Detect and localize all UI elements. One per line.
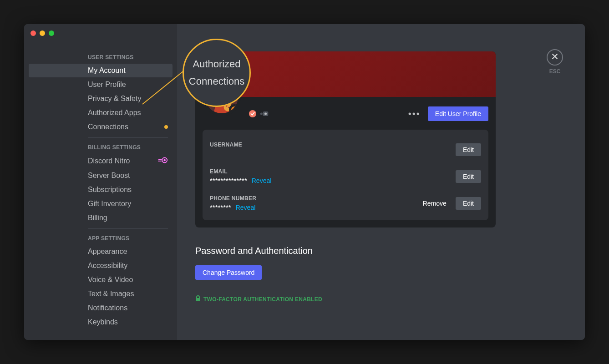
nitro-icon	[158, 157, 168, 166]
sidebar-item-label: Connections	[88, 123, 128, 131]
svg-point-12	[264, 113, 267, 115]
highlight-dot-icon	[164, 125, 168, 129]
reveal-phone-link[interactable]: Reveal	[236, 204, 256, 211]
sidebar-item-privacy-safety[interactable]: Privacy & Safety	[29, 92, 173, 106]
sidebar-item-notifications[interactable]: Notifications	[29, 301, 173, 315]
sidebar-item-label: Gift Inventory	[88, 200, 131, 208]
window-minimize-button[interactable]	[40, 30, 45, 36]
sidebar-item-subscriptions[interactable]: Subscriptions	[29, 183, 173, 197]
sidebar-item-label: Notifications	[88, 304, 127, 312]
account-fields-card: Username Edit Email ************** Revea…	[203, 130, 488, 220]
sidebar-item-label: Subscriptions	[88, 186, 132, 194]
close-icon	[551, 53, 558, 62]
edit-email-button[interactable]: Edit	[456, 170, 481, 183]
close-settings-area: ESC	[547, 49, 563, 75]
sidebar-item-label: Billing	[88, 214, 107, 222]
sidebar-item-accessibility[interactable]: Accessibility	[29, 259, 173, 273]
sidebar-item-label: Appearance	[88, 248, 127, 256]
sidebar-item-label: Keybinds	[88, 318, 118, 326]
sidebar-item-authorized-apps[interactable]: Authorized Apps	[29, 106, 173, 120]
edit-user-profile-button[interactable]: Edit User Profile	[428, 106, 488, 121]
username-label: Username	[210, 142, 242, 148]
callout-text-1: Authorized	[193, 58, 240, 70]
svg-rect-13	[196, 298, 200, 301]
two-factor-status: Two-factor authentication enabled	[195, 295, 496, 303]
sidebar-item-user-profile[interactable]: User Profile	[29, 78, 173, 91]
esc-label: ESC	[549, 68, 561, 75]
sidebar-item-label: My Account	[88, 66, 126, 75]
settings-window: User Settings My Account User Profile Pr…	[24, 24, 585, 340]
window-maximize-button[interactable]	[49, 30, 54, 36]
sidebar-item-gift-inventory[interactable]: Gift Inventory	[29, 197, 173, 211]
svg-point-1	[163, 159, 166, 162]
sidebar-item-my-account[interactable]: My Account	[29, 64, 173, 77]
phone-value: ********	[210, 203, 231, 211]
change-password-button[interactable]: Change Password	[195, 265, 262, 280]
callout-bubble: Authorized Connections	[183, 39, 251, 107]
sidebar-item-discord-nitro[interactable]: Discord Nitro	[29, 154, 173, 168]
email-row: Email ************** Reveal Edit	[210, 164, 481, 191]
sidebar-item-label: User Profile	[88, 81, 126, 89]
sidebar-item-label: Server Boost	[88, 172, 130, 180]
email-label: Email	[210, 168, 271, 175]
svg-point-11	[260, 113, 263, 115]
sidebar-item-voice-video[interactable]: Voice & Video	[29, 273, 173, 287]
reveal-email-link[interactable]: Reveal	[252, 177, 272, 184]
username-value	[210, 150, 242, 157]
lock-icon	[195, 295, 201, 303]
sidebar-item-label: Text & Images	[88, 290, 134, 298]
hypesquad-badge-icon	[248, 109, 257, 118]
password-section-title: Password and Authentication	[195, 246, 496, 256]
phone-label: Phone Number	[210, 195, 256, 202]
window-controls	[30, 30, 54, 36]
callout-text-2: Connections	[189, 76, 244, 87]
sidebar-item-billing[interactable]: Billing	[29, 211, 173, 225]
badge-row	[248, 109, 269, 118]
sidebar-header-user-settings: User Settings	[29, 51, 173, 63]
username-row: Username Edit	[210, 137, 481, 164]
window-close-button[interactable]	[30, 30, 36, 36]
sidebar-item-text-images[interactable]: Text & Images	[29, 287, 173, 301]
early-supporter-badge-icon	[260, 109, 269, 118]
sidebar-item-keybinds[interactable]: Keybinds	[29, 315, 173, 329]
sidebar-item-label: Accessibility	[88, 262, 127, 270]
settings-sidebar: User Settings My Account User Profile Pr…	[24, 24, 177, 340]
sidebar-item-label: Privacy & Safety	[88, 95, 141, 103]
sidebar-item-label: Voice & Video	[88, 276, 133, 284]
edit-username-button[interactable]: Edit	[456, 143, 481, 156]
sidebar-item-label: Discord Nitro	[88, 157, 130, 165]
sidebar-item-connections[interactable]: Connections	[29, 120, 173, 134]
two-factor-label: Two-factor authentication enabled	[203, 296, 322, 303]
phone-row: Phone Number ******** Reveal Remove Edit	[210, 191, 481, 213]
close-settings-button[interactable]	[547, 49, 563, 66]
sidebar-item-label: Authorized Apps	[88, 109, 141, 117]
sidebar-item-server-boost[interactable]: Server Boost	[29, 169, 173, 182]
sidebar-header-app-settings: App Settings	[29, 233, 173, 244]
edit-phone-button[interactable]: Edit	[456, 197, 481, 210]
remove-phone-button[interactable]: Remove	[416, 197, 454, 210]
sidebar-divider	[88, 137, 168, 138]
svg-point-9	[249, 110, 256, 117]
more-options-button[interactable]: •••	[405, 107, 424, 121]
sidebar-header-billing-settings: Billing Settings	[29, 142, 173, 153]
sidebar-item-appearance[interactable]: Appearance	[29, 245, 173, 258]
email-value: **************	[210, 177, 247, 184]
sidebar-divider	[88, 228, 168, 229]
